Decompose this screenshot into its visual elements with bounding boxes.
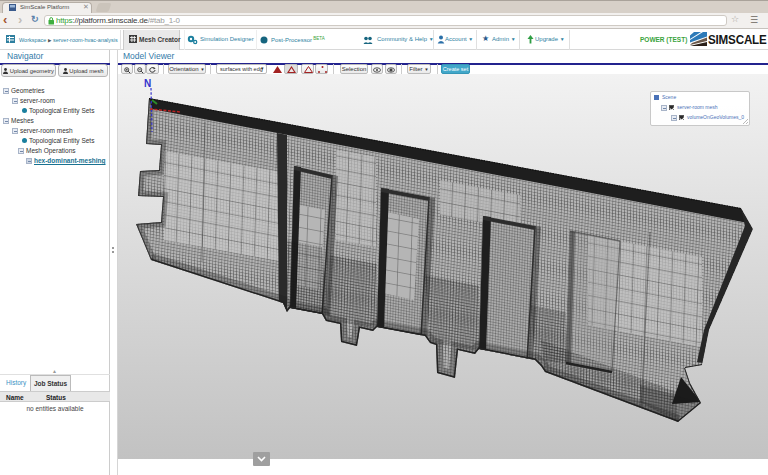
svg-text:N: N	[144, 78, 151, 89]
